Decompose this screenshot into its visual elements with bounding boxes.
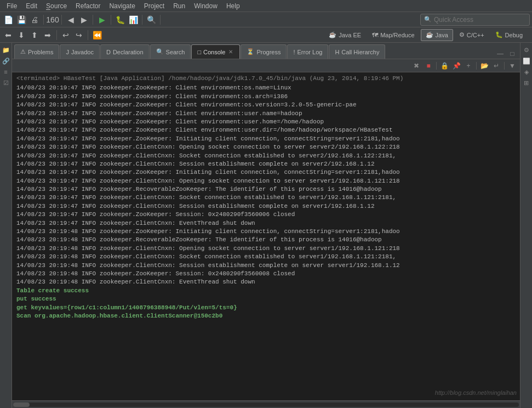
menu-run[interactable]: Run [169,1,190,11]
tab-search[interactable]: 🔍 Search [150,44,191,59]
menu-navigate[interactable]: Navigate [105,1,139,11]
run-button[interactable]: ▶ [96,14,108,26]
log-line: 14/08/23 20:19:47 INFO zookeeper.ZooKeep… [16,168,516,177]
console-toolbar: ✖ ■ 🔒 📌 + 📂 ↵ ▼ [12,59,520,72]
print-button[interactable]: 🖨 [28,14,41,26]
console-hscroll[interactable] [12,400,520,408]
tab-console[interactable]: □ Console ✕ [191,44,240,59]
sidebar-icon-1[interactable]: 📁 [1,45,11,55]
new-console-button[interactable]: + [463,61,474,71]
clear-console-button[interactable]: ✖ [411,61,422,71]
debug-persp-icon: 🐛 [495,31,503,38]
pin-button[interactable]: 📌 [451,61,462,71]
console-icon: □ [197,49,201,55]
perspective-cpp[interactable]: ⚙ C/C++ [454,29,489,41]
toolbar-btn-c[interactable]: ⬆ [28,29,41,41]
menu-refactor[interactable]: Refactor [71,1,105,11]
log-line: 14/08/23 20:19:47 INFO zookeeper.ClientC… [16,219,516,228]
right-sidebar-icon-4[interactable]: ⊞ [522,78,531,88]
problems-label: Problems [28,49,53,55]
search-external-button[interactable]: 🔍 [145,14,157,26]
right-sidebar-icon-3[interactable]: ◈ [522,67,531,77]
perspective-java[interactable]: ☕ Java [421,29,453,41]
console-title: <terminated> HBaseTest [Java Application… [16,75,516,83]
search-tab-icon: 🔍 [156,48,164,55]
progress-icon: ⏳ [247,48,254,55]
log-line: 14/08/23 20:19:48 INFO zookeeper.ZooKeep… [16,228,516,236]
new-button[interactable]: 📄 [2,14,14,26]
menu-window[interactable]: Window [190,1,222,11]
tab-declaration[interactable]: D Declaration [100,44,150,59]
error-log-icon: ! [293,49,295,55]
log-line: 14/08/23 20:19:48 INFO zookeeper.ZooKeep… [16,270,516,278]
scroll-lock-button[interactable]: 🔒 [439,61,450,71]
toolbar-btn-b[interactable]: ⬇ [15,29,27,41]
tab-problems[interactable]: ⚠ Problems [14,44,59,59]
toolbar-row-2: ⬅ ⬇ ⬆ ➡ ↩ ↪ ⏪ ☕ Java EE 🗺 Map/Reduce ☕ J… [0,27,532,43]
view-menu-button[interactable]: ▼ [507,61,518,71]
menu-help[interactable]: Help [222,1,244,11]
separator-3 [93,15,93,25]
console-close[interactable]: ✕ [227,49,234,55]
menu-project[interactable]: Project [140,1,169,11]
back-button[interactable]: ◀ [65,14,77,26]
toolbar-btn-g[interactable]: ⏪ [91,29,103,41]
menu-bar: File Edit Source Refactor Navigate Proje… [0,0,532,12]
perspective-debug[interactable]: 🐛 Debug [490,29,528,41]
watermark-text: http://blog.csdn.net/minglaihan [435,389,517,396]
forward-button[interactable]: ▶ [78,14,90,26]
right-sidebar-icon-1[interactable]: ⚙ [522,45,531,55]
sidebar-icon-3[interactable]: ≡ [1,67,11,77]
menu-edit[interactable]: Edit [21,1,42,11]
tab-javadoc[interactable]: J Javadoc [60,44,99,59]
log-line: Scan org.apache.hadoop.hbase.client.Clie… [16,312,516,320]
toolbar-btn-a[interactable]: ⬅ [2,29,14,41]
right-sidebar-icon-2[interactable]: ⬜ [522,56,531,66]
map-reduce-label: Map/Reduce [380,32,414,38]
separator-5 [142,15,142,25]
profile-button[interactable]: 📊 [127,14,139,26]
minimize-view-button[interactable]: — [495,49,506,59]
hex-button[interactable]: 160 [47,14,59,26]
log-line: 14/08/23 20:19:47 INFO zookeeper.ZooKeep… [16,93,516,101]
java-label: Java [436,32,448,38]
menu-source[interactable]: Source [42,1,71,11]
log-line: 14/08/23 20:19:48 INFO zookeeper.ClientC… [16,245,516,253]
toolbar-row-1: 📄 💾 🖨 160 ◀ ▶ ▶ 🐛 📊 🔍 🔍 [0,12,532,27]
console-sep-1 [436,62,437,70]
tab-progress[interactable]: ⏳ Progress [241,44,287,59]
call-hierarchy-icon: H [335,49,339,55]
javadoc-label: Javadoc [71,49,94,55]
right-sidebar: ⚙ ⬜ ◈ ⊞ [520,43,532,408]
perspective-map-reduce[interactable]: 🗺 Map/Reduce [367,29,419,41]
toolbar-btn-e[interactable]: ↩ [60,29,72,41]
tab-error-log[interactable]: ! Error Log [287,44,328,59]
console-sep-2 [476,62,477,70]
log-line: 14/08/23 20:19:47 INFO zookeeper.ZooKeep… [16,126,516,134]
open-file-button[interactable]: 📂 [479,61,490,71]
java-ee-label: Java EE [339,32,361,38]
console-output[interactable]: <terminated> HBaseTest [Java Application… [12,72,520,400]
word-wrap-button[interactable]: ↵ [491,61,502,71]
toolbar-btn-f[interactable]: ↪ [73,29,85,41]
log-line: 14/08/23 20:19:47 INFO zookeeper.ClientC… [16,143,516,151]
stop-button[interactable]: ■ [423,61,434,71]
hscroll-thumb[interactable] [13,403,30,407]
maximize-view-button[interactable]: □ [507,49,518,59]
cpp-icon: ⚙ [459,31,465,38]
progress-label: Progress [256,49,281,55]
call-hierarchy-label: Call Hierarchy [341,49,379,55]
tab-call-hierarchy[interactable]: H Call Hierarchy [329,44,385,59]
sidebar-icon-2[interactable]: 🔗 [1,56,11,66]
quick-access-input[interactable] [434,16,526,24]
separator-t2-1 [56,30,57,40]
save-button[interactable]: 💾 [15,14,27,26]
toolbar-btn-d[interactable]: ➡ [42,29,54,41]
debug-button[interactable]: 🐛 [114,14,126,26]
java-ee-icon: ☕ [329,31,336,38]
sidebar-icon-4[interactable]: ☑ [1,78,11,88]
perspective-java-ee[interactable]: ☕ Java EE [324,29,366,41]
debug-persp-label: Debug [505,32,523,38]
menu-file[interactable]: File [2,1,21,11]
error-log-label: Error Log [298,49,323,55]
